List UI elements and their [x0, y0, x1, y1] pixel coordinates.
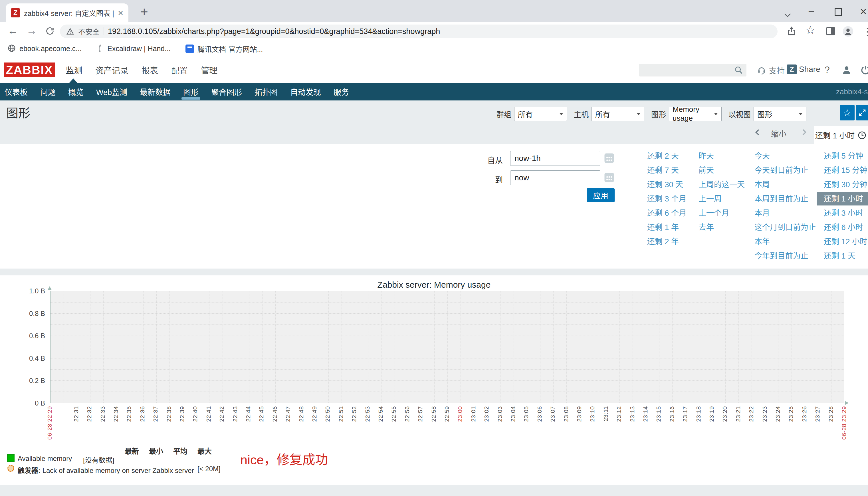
favorite-star-button[interactable]: ☆: [840, 105, 855, 121]
main-menu-item[interactable]: 资产记录: [95, 64, 128, 76]
filter-select[interactable]: Memory usage: [669, 107, 722, 121]
window-minimize-button[interactable]: –: [809, 5, 814, 16]
time-back-chevron-icon[interactable]: [755, 129, 761, 135]
x-axis-tick: 22:56: [404, 406, 411, 422]
quick-range-link[interactable]: 上一周: [698, 195, 722, 203]
quick-range-link[interactable]: 还剩 3 小时: [824, 209, 863, 217]
from-input[interactable]: [510, 151, 600, 166]
filter-select[interactable]: 所有: [591, 107, 644, 121]
chart-plot-area[interactable]: [50, 291, 844, 403]
browser-tab[interactable]: Z zabbix4-server: 自定义图表 [每 ×: [6, 3, 128, 22]
subnav-item[interactable]: 最新数据: [140, 83, 171, 100]
bookmark-item[interactable]: 腾讯文档-官方网站...: [186, 44, 263, 54]
fullscreen-expand-button[interactable]: [856, 105, 868, 121]
main-menu-item[interactable]: 配置: [171, 64, 188, 76]
main-menu-item[interactable]: 管理: [201, 64, 218, 76]
subnav-item[interactable]: 仪表板: [4, 83, 28, 100]
new-tab-button[interactable]: +: [140, 4, 148, 19]
zabbix-logo[interactable]: ZABBIX: [4, 62, 55, 77]
logout-power-icon[interactable]: [860, 64, 868, 75]
quick-range-row: 本周: [755, 177, 816, 192]
bookmark-star-icon[interactable]: ☆: [805, 24, 816, 36]
x-axis-tick: 22:31: [73, 406, 80, 422]
quick-range-link[interactable]: 还剩 7 天: [647, 166, 679, 175]
quick-range-link[interactable]: 本年: [755, 237, 770, 246]
quick-range-link[interactable]: 昨天: [698, 152, 714, 160]
quick-range-link[interactable]: 还剩 15 分钟: [824, 166, 867, 175]
forward-icon[interactable]: →: [26, 25, 37, 37]
quick-range-link[interactable]: 今天: [755, 152, 770, 160]
quick-range-row: 上一个月: [698, 206, 745, 220]
help-link[interactable]: ?: [825, 64, 830, 75]
security-label[interactable]: 不安全: [78, 26, 99, 36]
profile-avatar[interactable]: [842, 26, 854, 38]
quick-range-link[interactable]: 本月: [755, 209, 770, 217]
apply-button[interactable]: 应用: [587, 188, 615, 202]
url-bar[interactable]: 不安全 192.168.0.105/zabbix/charts.php?page…: [60, 25, 777, 38]
quick-range-link[interactable]: 还剩 6 小时: [824, 223, 863, 232]
quick-range-link[interactable]: 上一个月: [698, 209, 729, 217]
x-axis-tick: 22:36: [139, 406, 146, 422]
tab-close-icon[interactable]: ×: [118, 8, 123, 17]
zoom-out-button[interactable]: 缩小: [771, 128, 786, 139]
user-profile-icon[interactable]: [841, 64, 852, 75]
time-forward-chevron-icon[interactable]: [800, 129, 806, 135]
from-calendar-button[interactable]: [603, 152, 616, 165]
reload-icon[interactable]: [45, 26, 55, 38]
subnav-item[interactable]: Web监测: [96, 83, 127, 100]
subnav-item[interactable]: 拓扑图: [254, 83, 278, 100]
window-close-button[interactable]: ×: [860, 5, 867, 18]
quick-range-link[interactable]: 本周: [755, 180, 770, 189]
quick-range-row: 还剩 2 天: [647, 149, 686, 163]
quick-range-link[interactable]: 本周到目前为止: [755, 195, 808, 203]
filter-select[interactable]: 图形: [754, 107, 806, 121]
filter-select[interactable]: 所有: [514, 107, 567, 121]
quick-range-link[interactable]: 还剩 2 年: [647, 237, 679, 246]
quick-range-link[interactable]: 还剩 30 天: [647, 180, 683, 189]
menu-dots-icon[interactable]: ⋮: [862, 26, 868, 38]
back-icon[interactable]: ←: [7, 25, 18, 37]
quick-range-link[interactable]: 还剩 1 年: [647, 223, 679, 232]
subnav-item[interactable]: 概览: [68, 83, 84, 100]
quick-range-link[interactable]: 还剩 1 天: [824, 252, 855, 260]
quick-range-row: 本月: [755, 206, 816, 220]
main-menu-item[interactable]: 报表: [142, 64, 158, 76]
subnav-item[interactable]: 聚合图形: [211, 83, 242, 100]
share-link[interactable]: Z Share: [787, 64, 820, 74]
search-input[interactable]: [639, 64, 746, 77]
tab-list-chevron-icon[interactable]: [785, 7, 790, 18]
subnav-item[interactable]: 图形: [183, 83, 199, 100]
side-panel-icon[interactable]: [825, 26, 836, 38]
x-axis-tick: 23:26: [801, 406, 808, 422]
to-input[interactable]: [510, 170, 600, 185]
x-axis-tick: 22:48: [298, 406, 305, 422]
quick-range-column: 今天今天到目前为止本周本周到目前为止本月这个月到目前为止本年今年到目前为止: [755, 149, 816, 263]
quick-range-link[interactable]: 上周的这一天: [698, 180, 745, 189]
subnav-item[interactable]: 问题: [40, 83, 56, 100]
quick-range-link[interactable]: 还剩 6 个月: [647, 209, 686, 217]
bookmark-item[interactable]: Excalidraw | Hand...: [96, 44, 171, 53]
active-menu-caret: [69, 78, 77, 83]
url-text[interactable]: 192.168.0.105/zabbix/charts.php?page=1&g…: [108, 27, 440, 36]
window-maximize-button[interactable]: [835, 7, 842, 18]
main-menu: 监测资产记录报表配置管理: [66, 57, 218, 83]
quick-range-link[interactable]: 这个月到目前为止: [755, 223, 816, 232]
main-menu-item[interactable]: 监测: [66, 64, 82, 76]
quick-range-link[interactable]: 今天到目前为止: [755, 166, 808, 175]
support-link[interactable]: 支持: [757, 64, 785, 76]
quick-range-link[interactable]: 还剩 5 分钟: [824, 152, 863, 160]
to-calendar-button[interactable]: [603, 171, 616, 185]
time-range-tab[interactable]: 还剩 1 小时: [814, 126, 868, 144]
share-icon[interactable]: [786, 26, 797, 38]
subnav-item[interactable]: 服务: [334, 83, 349, 100]
quick-range-link[interactable]: 还剩 1 小时: [817, 192, 868, 205]
quick-range-link[interactable]: 去年: [698, 223, 714, 232]
quick-range-link[interactable]: 今年到目前为止: [755, 252, 808, 260]
subnav-item[interactable]: 自动发现: [290, 83, 321, 100]
quick-range-link[interactable]: 还剩 30 分钟: [824, 180, 867, 189]
quick-range-link[interactable]: 还剩 12 小时: [824, 237, 867, 246]
bookmark-item[interactable]: ebook.apecome.c...: [7, 44, 82, 53]
quick-range-link[interactable]: 还剩 3 个月: [647, 195, 686, 203]
quick-range-link[interactable]: 前天: [698, 166, 714, 175]
quick-range-link[interactable]: 还剩 2 天: [647, 152, 679, 160]
